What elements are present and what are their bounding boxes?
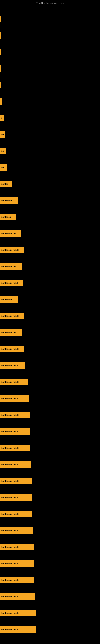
bar-fill: Bottleneck result (0, 445, 30, 451)
bar-row: B (0, 115, 100, 123)
bar-label-text: Bo (1, 133, 4, 136)
bar-label-text: Bottleneck result (1, 447, 19, 449)
bar-row: Bottleneck result (0, 593, 100, 602)
bar-row: Bottleneck result (0, 560, 100, 569)
bar-row: Bottleneck result (0, 527, 100, 536)
bar-label-text: Bottleneck result (1, 579, 19, 581)
bar-fill: Bottleneck result (0, 478, 32, 484)
bar-fill: Bottleneck result (0, 577, 34, 583)
bar-label-text: Bottleneck result (1, 513, 19, 515)
bar-label-text: Bottleneck result (1, 628, 19, 631)
bar-label-text: Bottleneck result (1, 595, 19, 598)
bar-row: Bot (0, 164, 100, 173)
bar-row: Bottleneck result (0, 544, 100, 552)
bar-label-text: Bottleneck result (1, 463, 19, 466)
bar-label-text: Bottleneck result (1, 315, 19, 317)
bar-row: Bottleneck result (0, 313, 100, 321)
bar-row: Bottlenec (0, 214, 100, 222)
bar-fill: Bottleneck resul (0, 280, 23, 286)
bar-row: Bottleneck result (0, 511, 100, 519)
bar-fill: Bottleneck result (0, 395, 29, 402)
bar-fill: Bottleneck result (0, 428, 30, 435)
bar-row: Bottleneck result (0, 445, 100, 453)
bar-label-text: Bottleneck result (1, 397, 19, 400)
bar-fill: Bottlen (0, 181, 12, 187)
bar-fill: Bottleneck result (0, 511, 32, 517)
bar-fill: Bottleneck result (0, 626, 36, 633)
bar-row: Bottleneck resul (0, 280, 100, 288)
bar-label-text: Bottlenec (1, 216, 11, 218)
bar-label-text: Bot (1, 166, 4, 169)
bar-row (0, 82, 100, 90)
bar-row: Bot (0, 148, 100, 156)
bar-row: Bottleneck result (0, 494, 100, 503)
bar-label-text: Bottleneck result (1, 348, 19, 350)
bar-row: Bottleneck result (0, 362, 100, 371)
bar-label-text: Bottleneck result (1, 364, 19, 367)
bar-fill (0, 82, 1, 88)
bar-fill: Bottleneck result (0, 346, 24, 352)
bar-fill: Bot (0, 164, 7, 171)
bar-fill: Bottleneck result (0, 560, 34, 567)
bar-label-text: Bottleneck r (1, 298, 14, 301)
bar-fill: Bottleneck result (0, 593, 35, 600)
bar-label-text: Bottleneck res (1, 265, 16, 268)
bar-row: Bottleneck result (0, 577, 100, 585)
bar-row: Bottleneck result (0, 346, 100, 354)
bar-fill: Bottleneck result (0, 610, 36, 616)
bar-label-text: Bottleneck result (1, 562, 19, 565)
bar-label-text: Bottleneck result (1, 414, 19, 416)
bar-fill: Bottleneck result (0, 494, 32, 501)
bar-row: Bottleneck result (0, 626, 100, 635)
bar-row (0, 16, 100, 24)
bar-row (0, 32, 100, 41)
bar-fill: Bottleneck result (0, 379, 28, 385)
bar-label-text: Bottleneck result (1, 546, 19, 548)
bar-label-text: Bottleneck res (1, 232, 16, 235)
bar-row: Bottleneck res (0, 263, 100, 272)
bar-row: Bo (0, 131, 100, 140)
bar-row: Bottleneck result (0, 412, 100, 420)
bar-fill: Bot (0, 148, 6, 154)
site-title: TheBottlenecker.com (0, 0, 100, 6)
bar-fill: B (0, 115, 3, 121)
bar-fill: Bottleneck result (0, 313, 24, 319)
bar-row: Bottleneck res (0, 230, 100, 239)
bar-fill: Bottlenec (0, 214, 16, 220)
bar-row: Bottleneck result (0, 247, 100, 255)
bar-fill (0, 16, 1, 22)
bar-label-text: Bottleneck result (1, 496, 19, 499)
bar-label-text: Bottleneck result (1, 612, 19, 614)
bar-row (0, 49, 100, 57)
bar-fill: Bottleneck res (0, 329, 22, 336)
bar-row: Bottleneck result (0, 610, 100, 618)
chart-area: BBoBotBotBottlenBottleneck rBottlenecBot… (0, 6, 100, 640)
bar-row: Bottleneck res (0, 329, 100, 338)
bar-label-text: Bottleneck r (1, 199, 14, 202)
bar-fill: Bottleneck result (0, 362, 25, 369)
bar-fill (0, 32, 1, 39)
bar-row: Bottleneck result (0, 461, 100, 470)
bar-label-text: Bottleneck result (1, 529, 19, 532)
bar-fill (0, 65, 1, 72)
bar-fill: Bottleneck res (0, 263, 22, 270)
bar-fill: Bottleneck r (0, 197, 18, 204)
bar-label-text: Bot (1, 150, 4, 152)
bar-label-text: Bottleneck result (1, 381, 19, 383)
bar-fill: Bottleneck res (0, 230, 21, 237)
bar-label-text: Bottleneck result (1, 480, 19, 482)
bar-row: Bottleneck result (0, 379, 100, 387)
bar-label-text: Bottlen (1, 183, 8, 185)
bar-fill: Bottleneck r (0, 296, 18, 303)
bar-row (0, 98, 100, 107)
bar-fill (0, 98, 2, 105)
bar-fill: Bottleneck result (0, 461, 31, 468)
bar-row: Bottleneck r (0, 197, 100, 206)
bar-label-text: B (1, 117, 2, 119)
bar-row: Bottleneck result (0, 478, 100, 486)
bar-label-text: Bottleneck result (1, 430, 19, 433)
page-wrapper: TheBottlenecker.com BBoBotBotBottlenBott… (0, 0, 100, 640)
bar-fill: Bottleneck result (0, 544, 34, 550)
bar-row: Bottleneck result (0, 428, 100, 437)
bar-fill: Bo (0, 131, 5, 138)
